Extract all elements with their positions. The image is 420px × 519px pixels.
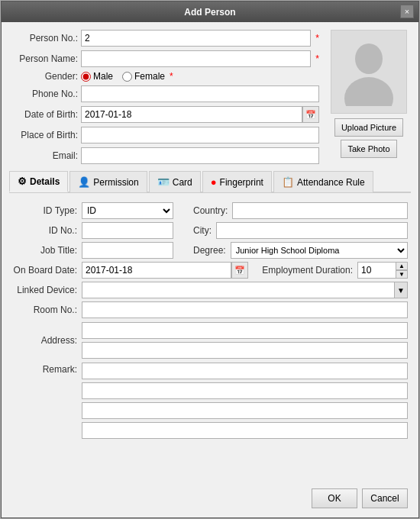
- id-type-country-row: ID Type: ID Passport Country:: [12, 202, 408, 219]
- remark-label: Remark:: [12, 362, 77, 375]
- gender-male-radio[interactable]: [81, 72, 91, 82]
- tab-details[interactable]: ⚙ Details: [9, 171, 68, 192]
- phone-input[interactable]: [81, 85, 319, 102]
- gender-male-label[interactable]: Male: [81, 71, 113, 82]
- linked-device-input[interactable]: [82, 282, 394, 298]
- remark-input-3[interactable]: [82, 402, 408, 419]
- take-photo-button[interactable]: Take Photo: [341, 140, 396, 158]
- gender-female-radio[interactable]: [122, 72, 132, 82]
- attendance-icon: 📋: [282, 176, 294, 188]
- bottom-buttons: OK Cancel: [9, 484, 411, 510]
- id-no-label: ID No.:: [12, 225, 77, 236]
- email-label: Email:: [9, 150, 78, 161]
- country-label: Country:: [193, 205, 228, 216]
- on-board-date-input[interactable]: [82, 262, 231, 279]
- degree-wrap: Junior High School Diploma Senior High S…: [231, 242, 408, 259]
- ok-button[interactable]: OK: [312, 488, 357, 508]
- gender-male-text: Male: [93, 71, 113, 82]
- dob-input[interactable]: [81, 106, 302, 123]
- linked-device-row: Linked Device: ▼: [12, 282, 408, 298]
- on-board-date-wrap: 📅: [82, 262, 248, 279]
- address-row: Address:: [12, 321, 408, 359]
- card-icon: 🪪: [157, 176, 170, 188]
- remark-input-2[interactable]: [82, 382, 408, 399]
- title-bar: Add Person ×: [2, 2, 418, 22]
- avatar-box: [331, 30, 407, 114]
- remark-inputs: [82, 362, 408, 439]
- close-button[interactable]: ×: [400, 5, 414, 18]
- upload-picture-button[interactable]: Upload Picture: [334, 118, 403, 137]
- tab-attendance-label: Attendance Rule: [297, 177, 365, 188]
- tab-fingerprint-label: Fingerprint: [220, 177, 263, 188]
- email-row: Email:: [9, 147, 319, 164]
- person-name-label: Person Name:: [9, 53, 78, 64]
- place-of-birth-input[interactable]: [81, 127, 319, 143]
- person-no-row: Person No.: *: [9, 30, 319, 47]
- gender-female-label[interactable]: Female: [122, 71, 165, 82]
- employment-spinner: ▲ ▼: [396, 262, 408, 279]
- tab-permission-label: Permission: [93, 177, 138, 188]
- tab-fingerprint[interactable]: ● Fingerprint: [202, 171, 272, 192]
- gender-required: *: [170, 71, 173, 82]
- dob-row: Date of Birth: 📅: [9, 106, 319, 123]
- tab-bar: ⚙ Details 👤 Permission 🪪 Card ● Fingerpr…: [9, 170, 411, 193]
- degree-select[interactable]: Junior High School Diploma Senior High S…: [231, 242, 408, 259]
- employment-decrement-button[interactable]: ▼: [396, 270, 408, 279]
- remark-input-4[interactable]: [82, 422, 408, 439]
- tab-card[interactable]: 🪪 Card: [149, 171, 201, 192]
- country-input[interactable]: [232, 202, 408, 219]
- id-type-label: ID Type:: [12, 205, 77, 216]
- fingerprint-icon: ●: [211, 176, 217, 188]
- person-name-input[interactable]: [81, 50, 311, 67]
- room-no-input[interactable]: [82, 301, 408, 318]
- details-icon: ⚙: [18, 176, 27, 187]
- avatar-section: Upload Picture Take Photo: [327, 30, 411, 164]
- add-person-dialog: Add Person × Person No.: * Person Name: …: [1, 1, 419, 518]
- top-section: Person No.: * Person Name: * Gender:: [9, 30, 411, 164]
- place-of-birth-row: Place of Birth:: [9, 127, 319, 143]
- person-name-required: *: [315, 53, 319, 64]
- remark-input-1[interactable]: [82, 363, 408, 379]
- linked-device-wrap: ▼: [82, 282, 408, 298]
- job-title-input[interactable]: [82, 242, 173, 259]
- place-of-birth-label: Place of Birth:: [9, 130, 78, 140]
- linked-device-dropdown-button[interactable]: ▼: [394, 282, 408, 298]
- job-title-label: Job Title:: [12, 245, 77, 256]
- room-no-row: Room No.:: [12, 301, 408, 318]
- tab-permission[interactable]: 👤 Permission: [69, 171, 147, 192]
- gender-row: Gender: Male Female *: [9, 71, 319, 82]
- city-input[interactable]: [216, 222, 408, 239]
- tab-attendance[interactable]: 📋 Attendance Rule: [273, 171, 373, 192]
- job-degree-row: Job Title: Degree: Junior High School Di…: [12, 242, 408, 259]
- id-type-select[interactable]: ID Passport: [82, 202, 173, 219]
- on-board-calendar-button[interactable]: 📅: [231, 262, 248, 279]
- address-input-2[interactable]: [82, 342, 408, 359]
- employment-duration-input[interactable]: [357, 262, 396, 279]
- employment-increment-button[interactable]: ▲: [396, 262, 408, 270]
- degree-label: Degree:: [193, 245, 226, 256]
- avatar-buttons: Upload Picture Take Photo: [327, 118, 411, 158]
- svg-point-0: [355, 44, 383, 74]
- person-name-row: Person Name: *: [9, 50, 319, 67]
- dob-input-wrap: 📅: [81, 106, 319, 123]
- gender-options: Male Female: [81, 71, 165, 82]
- phone-label: Phone No.:: [9, 89, 78, 99]
- linked-device-label: Linked Device:: [12, 285, 77, 295]
- gender-female-text: Female: [134, 71, 165, 82]
- avatar-placeholder-icon: [338, 37, 399, 106]
- form-fields: Person No.: * Person Name: * Gender:: [9, 30, 319, 164]
- room-no-label: Room No.:: [12, 305, 77, 315]
- details-panel: ID Type: ID Passport Country: ID No.: Ci…: [9, 196, 411, 481]
- gender-label: Gender:: [9, 71, 78, 82]
- dob-calendar-button[interactable]: 📅: [302, 106, 319, 123]
- person-no-required: *: [315, 33, 319, 44]
- address-input-1[interactable]: [82, 322, 408, 339]
- address-label: Address:: [12, 335, 77, 346]
- email-input[interactable]: [81, 147, 319, 164]
- permission-icon: 👤: [78, 176, 90, 188]
- cancel-button[interactable]: Cancel: [362, 488, 408, 508]
- city-label: City:: [193, 225, 212, 236]
- person-no-input[interactable]: [81, 30, 311, 47]
- id-no-input[interactable]: [82, 222, 173, 239]
- employment-label: Employment Duration:: [262, 265, 353, 276]
